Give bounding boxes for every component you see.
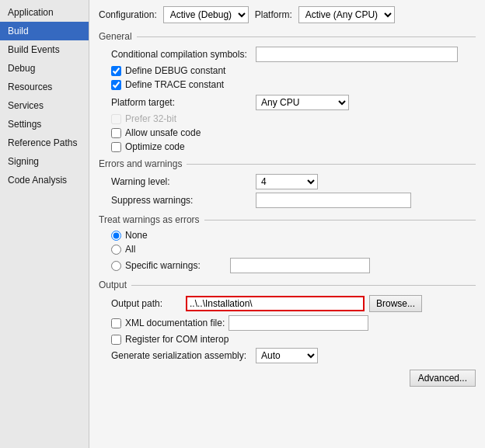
errors-section: Errors and warnings Warning level: 4 Sup… <box>99 158 476 208</box>
top-bar: Configuration: Active (Debug) Platform: … <box>99 6 476 23</box>
output-section: Output Output path: Browse... XML docume… <box>99 280 476 363</box>
suppress-warnings-input[interactable] <box>256 193 411 208</box>
configuration-select[interactable]: Active (Debug) <box>163 6 249 23</box>
sidebar-item-debug[interactable]: Debug <box>0 59 89 78</box>
treat-warnings-section: Treat warnings as errors None All Specif… <box>99 214 476 273</box>
register-com-row: Register for COM interop <box>111 334 476 345</box>
platform-select[interactable]: Active (Any CPU) <box>298 6 395 23</box>
general-section-header: General <box>99 31 476 42</box>
define-debug-label: Define DEBUG constant <box>125 65 225 76</box>
define-trace-row: Define TRACE constant <box>111 79 476 90</box>
conditional-compilation-row: Conditional compilation symbols: <box>111 47 476 62</box>
prefer32-label: Prefer 32-bit <box>125 113 176 124</box>
treat-warnings-all-label: All <box>125 244 135 255</box>
platform-target-label: Platform target: <box>111 97 251 108</box>
treat-warnings-all-row: All <box>111 244 476 255</box>
optimize-code-label: Optimize code <box>125 141 185 152</box>
register-com-checkbox[interactable] <box>111 335 121 345</box>
xml-doc-input[interactable] <box>229 315 368 331</box>
advanced-button[interactable]: Advanced... <box>410 370 476 387</box>
prefer32-checkbox <box>111 114 121 124</box>
platform-label: Platform: <box>255 9 292 20</box>
gen-serialization-label: Generate serialization assembly: <box>111 350 251 361</box>
allow-unsafe-row: Allow unsafe code <box>111 127 476 138</box>
errors-section-header: Errors and warnings <box>99 158 476 169</box>
errors-section-body: Warning level: 4 Suppress warnings: <box>99 174 476 208</box>
define-trace-label: Define TRACE constant <box>125 79 224 90</box>
optimize-code-checkbox[interactable] <box>111 142 121 152</box>
general-section-body: Conditional compilation symbols: Define … <box>99 47 476 152</box>
allow-unsafe-label: Allow unsafe code <box>125 127 201 138</box>
sidebar-item-code-analysis[interactable]: Code Analysis <box>0 171 89 189</box>
sidebar-item-build[interactable]: Build <box>0 22 89 40</box>
treat-warnings-all-radio[interactable] <box>111 245 121 255</box>
warning-level-row: Warning level: 4 <box>111 174 476 189</box>
sidebar-item-services[interactable]: Services <box>0 96 89 115</box>
output-path-row: Output path: Browse... <box>111 295 476 312</box>
output-section-header: Output <box>99 280 476 290</box>
gen-serialization-row: Generate serialization assembly: Auto <box>111 348 476 363</box>
treat-warnings-none-row: None <box>111 230 476 241</box>
treat-warnings-specific-input[interactable] <box>230 258 370 273</box>
sidebar-item-reference-paths[interactable]: Reference Paths <box>0 134 89 152</box>
define-debug-row: Define DEBUG constant <box>111 65 476 76</box>
suppress-warnings-label: Suppress warnings: <box>111 195 251 206</box>
sidebar-item-resources[interactable]: Resources <box>0 78 89 96</box>
conditional-compilation-label: Conditional compilation symbols: <box>111 49 251 60</box>
xml-doc-row: XML documentation file: <box>111 315 476 331</box>
warning-level-select[interactable]: 4 <box>256 174 318 189</box>
optimize-code-row: Optimize code <box>111 141 476 152</box>
sidebar: Application Build Build Events Debug Res… <box>0 0 89 448</box>
gen-serialization-select[interactable]: Auto <box>256 348 318 363</box>
conditional-compilation-input[interactable] <box>256 47 458 62</box>
treat-warnings-none-label: None <box>125 230 148 241</box>
output-section-body: Output path: Browse... XML documentation… <box>99 295 476 363</box>
define-debug-checkbox[interactable] <box>111 66 121 76</box>
prefer32-row: Prefer 32-bit <box>111 113 476 124</box>
platform-target-row: Platform target: Any CPU <box>111 95 476 110</box>
treat-warnings-specific-row: Specific warnings: <box>111 258 476 273</box>
main-panel: Configuration: Active (Debug) Platform: … <box>89 0 485 448</box>
output-path-label: Output path: <box>111 298 181 309</box>
treat-warnings-none-radio[interactable] <box>111 231 121 241</box>
sidebar-item-build-events[interactable]: Build Events <box>0 40 89 59</box>
define-trace-checkbox[interactable] <box>111 80 121 90</box>
treat-warnings-specific-radio[interactable] <box>111 261 121 271</box>
xml-doc-label: XML documentation file: <box>125 318 225 328</box>
warning-level-label: Warning level: <box>111 176 251 187</box>
configuration-label: Configuration: <box>99 9 157 20</box>
bottom-bar: Advanced... <box>99 370 476 387</box>
sidebar-item-signing[interactable]: Signing <box>0 152 89 171</box>
treat-warnings-section-header: Treat warnings as errors <box>99 214 476 225</box>
browse-button[interactable]: Browse... <box>369 295 422 312</box>
treat-warnings-specific-label: Specific warnings: <box>125 260 226 271</box>
platform-target-select[interactable]: Any CPU <box>256 95 349 110</box>
allow-unsafe-checkbox[interactable] <box>111 128 121 138</box>
general-section: General Conditional compilation symbols:… <box>99 31 476 152</box>
treat-warnings-section-body: None All Specific warnings: <box>99 230 476 273</box>
output-path-input[interactable] <box>186 296 365 311</box>
sidebar-item-settings[interactable]: Settings <box>0 115 89 134</box>
suppress-warnings-row: Suppress warnings: <box>111 193 476 208</box>
register-com-label: Register for COM interop <box>125 334 229 345</box>
sidebar-item-application[interactable]: Application <box>0 3 89 22</box>
xml-doc-checkbox[interactable] <box>111 318 121 328</box>
